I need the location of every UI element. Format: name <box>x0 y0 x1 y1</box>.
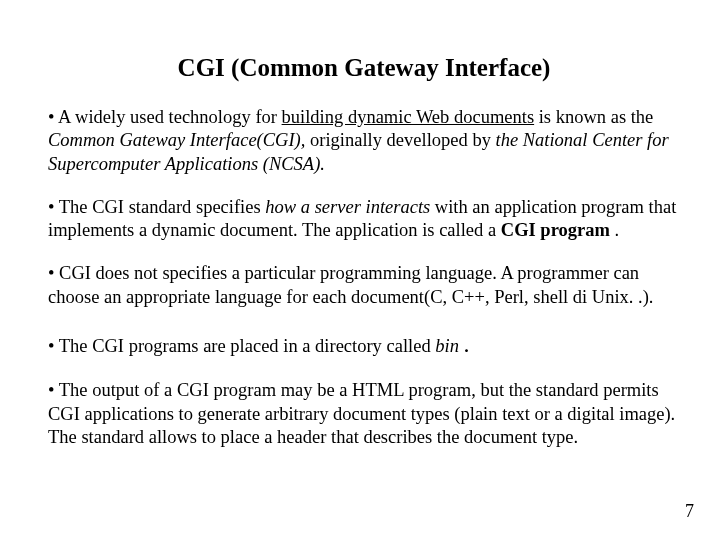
text: • The output of a CGI program may be a H… <box>48 380 675 423</box>
bold-phrase: CGI program <box>501 220 610 240</box>
slide: CGI (Common Gateway Interface) • A widel… <box>0 0 720 540</box>
bullet-1: • A widely used technology for building … <box>48 106 680 176</box>
underlined-phrase: building dynamic Web documents <box>282 107 535 127</box>
text: . <box>610 220 619 240</box>
bullet-5: • The output of a CGI program may be a H… <box>48 379 680 449</box>
italic-phrase: how a server interacts <box>265 197 430 217</box>
bullet-4: • The CGI programs are placed in a direc… <box>48 329 680 359</box>
page-number: 7 <box>685 501 694 522</box>
text: is known as the <box>534 107 653 127</box>
bullet-3: • CGI does not specifies a particular pr… <box>48 262 680 309</box>
slide-title: CGI (Common Gateway Interface) <box>48 54 680 82</box>
text: • A widely used technology for <box>48 107 282 127</box>
text: • The CGI standard specifies <box>48 197 265 217</box>
slide-body: • A widely used technology for building … <box>48 106 680 449</box>
text: The standard allows to place a header th… <box>48 427 578 447</box>
text: • The CGI programs are placed in a direc… <box>48 336 435 356</box>
period: . <box>464 331 470 357</box>
italic-phrase: Common Gateway Interface(CGI), <box>48 130 305 150</box>
text: originally develloped by <box>305 130 495 150</box>
italic-phrase: bin <box>435 336 463 356</box>
bullet-2: • The CGI standard specifies how a serve… <box>48 196 680 243</box>
